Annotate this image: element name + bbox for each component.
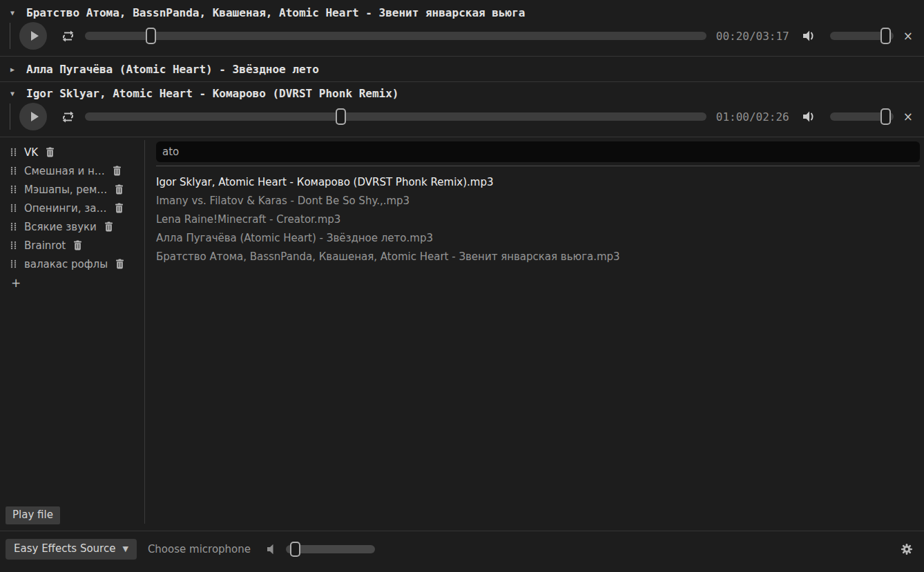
delete-playlist-button[interactable]: [113, 166, 122, 176]
search-separator: [156, 166, 920, 166]
volume-handle[interactable]: [880, 108, 891, 125]
choose-microphone-label: Choose microphone: [148, 543, 251, 555]
volume-slider[interactable]: [830, 108, 894, 126]
file-row[interactable]: Imany vs. Filatov & Karas - Dont Be So S…: [156, 191, 920, 210]
play-icon: [31, 112, 39, 121]
playlist-sidebar: VK Смешная и н… Мэшапы, рем… Опенинги, з…: [0, 137, 144, 531]
playlist-label: Всякие звуки: [24, 221, 97, 233]
file-list: Igor Sklyar, Atomic Heart - Комарово (DV…: [156, 172, 920, 266]
play-button[interactable]: [19, 103, 47, 130]
seek-slider[interactable]: [85, 27, 706, 45]
seek-handle[interactable]: [336, 108, 346, 125]
repeat-icon: [61, 110, 75, 124]
sidebar-item-valakas[interactable]: валакас рофлы: [0, 255, 144, 273]
play-icon: [31, 31, 39, 41]
indent-line: [10, 103, 10, 130]
playlist-label: валакас рофлы: [24, 258, 108, 270]
sidebar-item-smeshnaya[interactable]: Смешная и н…: [0, 161, 144, 180]
loop-button[interactable]: [61, 110, 75, 124]
sidebar-divider: [144, 140, 145, 524]
loop-button[interactable]: [61, 30, 75, 43]
delete-playlist-button[interactable]: [73, 240, 82, 250]
playlist-label: Смешная и н…: [24, 165, 105, 177]
close-button[interactable]: ×: [903, 111, 913, 123]
delete-playlist-button[interactable]: [46, 147, 55, 157]
source-select-label: Easy Effects Source: [14, 542, 115, 555]
expand-arrow-icon[interactable]: ▶: [10, 66, 19, 73]
track-title: Алла Пугачёва (Atomic Heart) - Звёздное …: [26, 63, 319, 76]
collapse-arrow-icon[interactable]: ▼: [10, 90, 19, 97]
player-controls: 01:00/02:26 ×: [0, 101, 924, 132]
close-button[interactable]: ×: [903, 30, 913, 42]
delete-playlist-button[interactable]: [104, 221, 113, 232]
seek-track: [85, 32, 706, 40]
bottom-bar: Easy Effects Source ▼ Choose microphone: [0, 531, 924, 567]
search-input[interactable]: [156, 141, 920, 162]
volume-icon[interactable]: [801, 110, 816, 123]
sidebar-item-openings[interactable]: Опенинги, за…: [0, 199, 144, 217]
track-title: Igor Sklyar, Atomic Heart - Комарово (DV…: [26, 87, 398, 100]
drag-handle-icon[interactable]: [10, 222, 17, 231]
time-display: 00:20/03:17: [716, 30, 789, 43]
add-playlist-button[interactable]: +: [0, 273, 28, 290]
settings-gear-icon[interactable]: [901, 543, 913, 555]
seek-slider[interactable]: [85, 108, 706, 126]
playlist-label: VK: [24, 146, 38, 159]
sidebar-item-vk[interactable]: VK: [0, 143, 144, 161]
player-section: ▼ Igor Sklyar, Atomic Heart - Комарово (…: [0, 82, 924, 137]
file-row[interactable]: Алла Пугачёва (Atomic Heart) - Звёздное …: [156, 228, 920, 247]
repeat-icon: [61, 30, 75, 43]
playlist-label: Мэшапы, рем…: [24, 184, 107, 196]
sidebar-item-sounds[interactable]: Всякие звуки: [0, 217, 144, 236]
sidebar-item-brainrot[interactable]: Brainrot: [0, 236, 144, 255]
play-button[interactable]: [19, 22, 47, 50]
mic-volume-handle[interactable]: [290, 542, 300, 557]
indent-line: [10, 23, 10, 49]
player-header[interactable]: ▼ Братство Атома, BassnPanda, Квашеная, …: [0, 0, 924, 21]
muted-speaker-icon[interactable]: [266, 544, 276, 555]
collapse-arrow-icon[interactable]: ▼: [10, 9, 19, 17]
drag-handle-icon[interactable]: [10, 148, 17, 157]
speaker-icon: [801, 110, 816, 123]
player-section: ▶ Алла Пугачёва (Atomic Heart) - Звёздно…: [0, 57, 924, 82]
player-section: ▼ Братство Атома, BassnPanda, Квашеная, …: [0, 0, 924, 57]
volume-handle[interactable]: [880, 28, 891, 44]
file-panel: Igor Sklyar, Atomic Heart - Комарово (DV…: [144, 137, 924, 531]
drag-handle-icon[interactable]: [10, 204, 17, 213]
track-title: Братство Атома, BassnPanda, Квашеная, At…: [26, 6, 525, 19]
file-row[interactable]: Lena Raine!Minecraft - Creator.mp3: [156, 210, 920, 228]
volume-icon[interactable]: [801, 30, 816, 42]
drag-handle-icon[interactable]: [10, 166, 17, 175]
file-row-selected[interactable]: Igor Sklyar, Atomic Heart - Комарово (DV…: [156, 172, 920, 191]
delete-playlist-button[interactable]: [115, 184, 124, 195]
drag-handle-icon[interactable]: [10, 185, 17, 194]
mic-volume-slider[interactable]: [286, 540, 375, 558]
sidebar-item-mashups[interactable]: Мэшапы, рем…: [0, 180, 144, 199]
drag-handle-icon[interactable]: [10, 241, 17, 250]
player-header[interactable]: ▶ Алла Пугачёва (Atomic Heart) - Звёздно…: [0, 57, 924, 77]
play-file-button[interactable]: Play file: [6, 506, 60, 524]
delete-playlist-button[interactable]: [115, 203, 124, 213]
time-display: 01:00/02:26: [716, 110, 789, 124]
main-area: VK Смешная и н… Мэшапы, рем… Опенинги, з…: [0, 137, 924, 531]
volume-slider[interactable]: [830, 27, 894, 45]
player-header[interactable]: ▼ Igor Sklyar, Atomic Heart - Комарово (…: [0, 82, 924, 101]
file-row[interactable]: Братство Атома, BassnPanda, Квашеная, At…: [156, 247, 920, 266]
playlist-label: Brainrot: [24, 239, 66, 252]
source-select-dropdown[interactable]: Easy Effects Source ▼: [6, 539, 137, 560]
player-controls: 00:20/03:17 ×: [0, 21, 924, 51]
seek-track: [85, 112, 706, 121]
speaker-icon: [801, 30, 816, 42]
drag-handle-icon[interactable]: [10, 259, 17, 268]
seek-handle[interactable]: [146, 28, 156, 44]
delete-playlist-button[interactable]: [115, 259, 124, 269]
playlist-label: Опенинги, за…: [24, 202, 107, 215]
chevron-down-icon: ▼: [122, 544, 128, 553]
